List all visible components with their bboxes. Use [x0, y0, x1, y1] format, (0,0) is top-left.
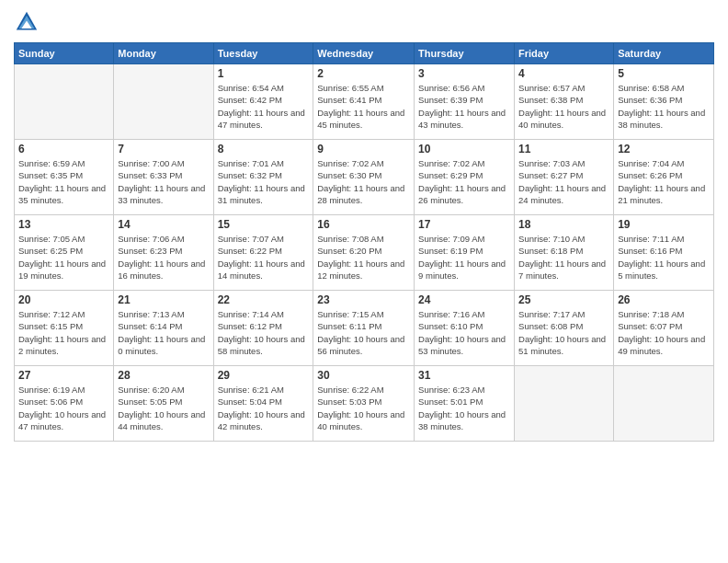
calendar-cell: 16Sunrise: 7:08 AM Sunset: 6:20 PM Dayli…: [313, 215, 415, 291]
day-number: 10: [418, 143, 510, 155]
day-info: Sunrise: 7:05 AM Sunset: 6:25 PM Dayligh…: [18, 233, 109, 282]
day-number: 13: [18, 218, 109, 231]
weekday-header: Wednesday: [313, 43, 415, 64]
calendar-cell: 12Sunrise: 7:04 AM Sunset: 6:26 PM Dayli…: [614, 140, 714, 215]
day-info: Sunrise: 7:10 AM Sunset: 6:18 PM Dayligh…: [518, 233, 609, 282]
calendar-cell: 9Sunrise: 7:02 AM Sunset: 6:30 PM Daylig…: [313, 140, 415, 215]
logo-icon: [14, 9, 40, 35]
day-info: Sunrise: 6:58 AM Sunset: 6:36 PM Dayligh…: [618, 82, 710, 131]
day-info: Sunrise: 7:12 AM Sunset: 6:15 PM Dayligh…: [18, 308, 109, 357]
day-number: 20: [18, 293, 109, 306]
day-number: 24: [418, 293, 510, 306]
weekday-header: Thursday: [415, 43, 515, 64]
calendar-cell: 13Sunrise: 7:05 AM Sunset: 6:25 PM Dayli…: [15, 215, 114, 291]
day-info: Sunrise: 6:59 AM Sunset: 6:35 PM Dayligh…: [18, 157, 109, 206]
day-number: 23: [317, 293, 410, 306]
calendar-cell: 1Sunrise: 6:54 AM Sunset: 6:42 PM Daylig…: [213, 64, 313, 140]
day-info: Sunrise: 7:06 AM Sunset: 6:23 PM Dayligh…: [118, 233, 209, 282]
calendar-cell: 19Sunrise: 7:11 AM Sunset: 6:16 PM Dayli…: [614, 215, 714, 291]
day-info: Sunrise: 6:20 AM Sunset: 5:05 PM Dayligh…: [118, 384, 209, 432]
day-number: 4: [518, 67, 609, 80]
calendar-cell: 18Sunrise: 7:10 AM Sunset: 6:18 PM Dayli…: [515, 215, 614, 291]
day-number: 25: [518, 293, 609, 306]
day-number: 3: [418, 67, 510, 80]
calendar-cell: [614, 366, 714, 442]
day-info: Sunrise: 7:04 AM Sunset: 6:26 PM Dayligh…: [618, 157, 710, 206]
calendar-cell: [515, 366, 614, 442]
weekday-header: Tuesday: [213, 43, 313, 64]
calendar-cell: 24Sunrise: 7:16 AM Sunset: 6:10 PM Dayli…: [415, 291, 515, 366]
day-number: 22: [218, 293, 310, 306]
calendar-cell: 30Sunrise: 6:22 AM Sunset: 5:03 PM Dayli…: [313, 366, 415, 442]
day-number: 14: [118, 218, 209, 231]
day-info: Sunrise: 7:18 AM Sunset: 6:07 PM Dayligh…: [618, 308, 710, 357]
day-number: 11: [518, 143, 609, 155]
day-info: Sunrise: 7:02 AM Sunset: 6:29 PM Dayligh…: [418, 157, 510, 206]
logo: [14, 9, 43, 35]
day-info: Sunrise: 6:57 AM Sunset: 6:38 PM Dayligh…: [518, 82, 609, 131]
calendar-cell: 2Sunrise: 6:55 AM Sunset: 6:41 PM Daylig…: [313, 64, 415, 140]
calendar-cell: 26Sunrise: 7:18 AM Sunset: 6:07 PM Dayli…: [614, 291, 714, 366]
calendar-cell: 28Sunrise: 6:20 AM Sunset: 5:05 PM Dayli…: [114, 366, 213, 442]
calendar-cell: 7Sunrise: 7:00 AM Sunset: 6:33 PM Daylig…: [114, 140, 213, 215]
calendar-page: SundayMondayTuesdayWednesdayThursdayFrid…: [0, 0, 728, 563]
header: [14, 9, 714, 35]
day-info: Sunrise: 7:14 AM Sunset: 6:12 PM Dayligh…: [218, 308, 310, 357]
day-number: 8: [218, 143, 310, 155]
calendar-cell: [15, 64, 114, 140]
weekday-header: Sunday: [15, 43, 114, 64]
calendar-cell: 11Sunrise: 7:03 AM Sunset: 6:27 PM Dayli…: [515, 140, 614, 215]
calendar-week-row: 27Sunrise: 6:19 AM Sunset: 5:06 PM Dayli…: [15, 366, 714, 442]
calendar-cell: 14Sunrise: 7:06 AM Sunset: 6:23 PM Dayli…: [114, 215, 213, 291]
calendar-week-row: 1Sunrise: 6:54 AM Sunset: 6:42 PM Daylig…: [15, 64, 714, 140]
day-number: 17: [418, 218, 510, 231]
calendar-cell: 8Sunrise: 7:01 AM Sunset: 6:32 PM Daylig…: [213, 140, 313, 215]
day-number: 9: [317, 143, 410, 155]
day-info: Sunrise: 7:17 AM Sunset: 6:08 PM Dayligh…: [518, 308, 609, 357]
calendar-cell: 6Sunrise: 6:59 AM Sunset: 6:35 PM Daylig…: [15, 140, 114, 215]
day-info: Sunrise: 7:16 AM Sunset: 6:10 PM Dayligh…: [418, 308, 510, 357]
day-number: 12: [618, 143, 710, 155]
day-number: 7: [118, 143, 209, 155]
day-number: 30: [317, 369, 410, 382]
day-number: 31: [418, 369, 510, 382]
day-info: Sunrise: 7:01 AM Sunset: 6:32 PM Dayligh…: [218, 157, 310, 206]
day-number: 21: [118, 293, 209, 306]
calendar-cell: 3Sunrise: 6:56 AM Sunset: 6:39 PM Daylig…: [415, 64, 515, 140]
calendar-cell: 20Sunrise: 7:12 AM Sunset: 6:15 PM Dayli…: [15, 291, 114, 366]
day-info: Sunrise: 7:02 AM Sunset: 6:30 PM Dayligh…: [317, 157, 410, 206]
calendar-cell: 5Sunrise: 6:58 AM Sunset: 6:36 PM Daylig…: [614, 64, 714, 140]
day-number: 29: [218, 369, 310, 382]
day-number: 16: [317, 218, 410, 231]
day-info: Sunrise: 6:54 AM Sunset: 6:42 PM Dayligh…: [218, 82, 310, 131]
day-number: 1: [218, 67, 310, 80]
day-number: 6: [18, 143, 109, 155]
day-info: Sunrise: 7:11 AM Sunset: 6:16 PM Dayligh…: [618, 233, 710, 282]
calendar-cell: 27Sunrise: 6:19 AM Sunset: 5:06 PM Dayli…: [15, 366, 114, 442]
calendar-cell: 29Sunrise: 6:21 AM Sunset: 5:04 PM Dayli…: [213, 366, 313, 442]
day-number: 5: [618, 67, 710, 80]
day-info: Sunrise: 6:55 AM Sunset: 6:41 PM Dayligh…: [317, 82, 410, 131]
day-info: Sunrise: 7:15 AM Sunset: 6:11 PM Dayligh…: [317, 308, 410, 357]
calendar-cell: 10Sunrise: 7:02 AM Sunset: 6:29 PM Dayli…: [415, 140, 515, 215]
calendar-week-row: 20Sunrise: 7:12 AM Sunset: 6:15 PM Dayli…: [15, 291, 714, 366]
day-number: 18: [518, 218, 609, 231]
day-number: 2: [317, 67, 410, 80]
day-info: Sunrise: 7:07 AM Sunset: 6:22 PM Dayligh…: [218, 233, 310, 282]
day-number: 26: [618, 293, 710, 306]
calendar-week-row: 6Sunrise: 6:59 AM Sunset: 6:35 PM Daylig…: [15, 140, 714, 215]
weekday-header: Monday: [114, 43, 213, 64]
day-number: 28: [118, 369, 209, 382]
day-info: Sunrise: 7:09 AM Sunset: 6:19 PM Dayligh…: [418, 233, 510, 282]
day-info: Sunrise: 6:23 AM Sunset: 5:01 PM Dayligh…: [418, 384, 510, 432]
calendar-cell: 23Sunrise: 7:15 AM Sunset: 6:11 PM Dayli…: [313, 291, 415, 366]
calendar-cell: 4Sunrise: 6:57 AM Sunset: 6:38 PM Daylig…: [515, 64, 614, 140]
weekday-header: Saturday: [614, 43, 714, 64]
weekday-header-row: SundayMondayTuesdayWednesdayThursdayFrid…: [15, 43, 714, 64]
day-info: Sunrise: 6:56 AM Sunset: 6:39 PM Dayligh…: [418, 82, 510, 131]
calendar-week-row: 13Sunrise: 7:05 AM Sunset: 6:25 PM Dayli…: [15, 215, 714, 291]
calendar-cell: 31Sunrise: 6:23 AM Sunset: 5:01 PM Dayli…: [415, 366, 515, 442]
day-info: Sunrise: 6:21 AM Sunset: 5:04 PM Dayligh…: [218, 384, 310, 432]
day-info: Sunrise: 7:13 AM Sunset: 6:14 PM Dayligh…: [118, 308, 209, 357]
weekday-header: Friday: [515, 43, 614, 64]
